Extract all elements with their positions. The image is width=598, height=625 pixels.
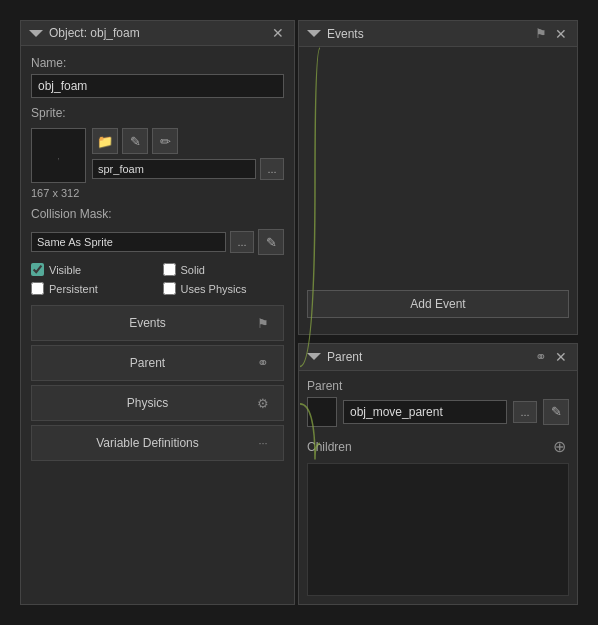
events-panel: Events ⚑ ✕ Add Event <box>298 20 578 335</box>
right-panels: Events ⚑ ✕ Add Event Parent ⚭ ✕ Pa <box>298 20 578 605</box>
events-panel-titlebar: Events ⚑ ✕ <box>299 21 577 47</box>
collision-row: ... ✎ <box>31 229 284 255</box>
sprite-dots-button[interactable]: ... <box>260 158 284 180</box>
sprite-name-row: ... <box>92 158 284 180</box>
persistent-checkbox-item: Persistent <box>31 282 153 295</box>
collision-edit-icon: ✎ <box>266 235 277 250</box>
physics-nav-label: Physics <box>42 396 253 410</box>
vardef-nav-label: Variable Definitions <box>42 436 253 450</box>
collision-input[interactable] <box>31 232 226 252</box>
titlebar-left: Object: obj_foam <box>29 26 140 40</box>
events-nav-button[interactable]: Events <box>31 305 284 341</box>
sprite-preview: , <box>31 128 86 183</box>
events-nav-label: Events <box>42 316 253 330</box>
persistent-label: Persistent <box>49 283 98 295</box>
object-panel-close-button[interactable]: ✕ <box>270 26 286 40</box>
parent-edit-button[interactable]: ✎ <box>543 399 569 425</box>
parent-label: Parent <box>307 379 569 393</box>
parent-edit-icon: ✎ <box>551 404 562 419</box>
object-panel-content: Name: Sprite: , 📁 ✎ ✏ <box>21 46 294 604</box>
sprite-open-button[interactable]: 📁 <box>92 128 118 154</box>
sprite-size: 167 x 312 <box>31 187 284 199</box>
parent-dots-button[interactable]: ... <box>513 401 537 423</box>
physics-nav-button[interactable]: Physics <box>31 385 284 421</box>
collapse-icon[interactable] <box>29 30 43 37</box>
vardef-nav-button[interactable]: Variable Definitions ··· <box>31 425 284 461</box>
events-panel-content: Add Event <box>299 47 577 334</box>
parent-people-icon: ⚭ <box>535 349 547 365</box>
sprite-row: , 📁 ✎ ✏ ... <box>31 128 284 183</box>
events-panel-title: Events <box>327 27 364 41</box>
name-label: Name: <box>31 56 284 70</box>
checkboxes-section: Visible Solid Persistent Uses Physics <box>31 263 284 295</box>
children-header: Children ⊕ <box>307 437 569 457</box>
parent-name-input[interactable] <box>343 400 507 424</box>
object-panel-title: Object: obj_foam <box>49 26 140 40</box>
solid-checkbox-item: Solid <box>163 263 285 276</box>
add-event-area: Add Event <box>307 55 569 326</box>
solid-label: Solid <box>181 264 205 276</box>
sprite-edit-button[interactable]: ✎ <box>122 128 148 154</box>
solid-checkbox[interactable] <box>163 263 176 276</box>
collision-label: Collision Mask: <box>31 207 284 221</box>
connector-area <box>295 0 298 625</box>
parent-panel: Parent ⚭ ✕ Parent ... ✎ Children ⊕ <box>298 343 578 605</box>
sprite-label: Sprite: <box>31 106 284 120</box>
sprite-controls: 📁 ✎ ✏ ... <box>92 128 284 180</box>
parent-field-row: ... ✎ <box>307 397 569 427</box>
persistent-checkbox[interactable] <box>31 282 44 295</box>
pencil-icon: ✏ <box>160 134 171 149</box>
children-area <box>307 463 569 596</box>
object-panel-titlebar: Object: obj_foam ✕ <box>21 21 294 46</box>
events-panel-close-button[interactable]: ✕ <box>553 27 569 41</box>
sprite-icon-row: 📁 ✎ ✏ <box>92 128 284 154</box>
parent-nav-button[interactable]: Parent ⚭ <box>31 345 284 381</box>
visible-checkbox[interactable] <box>31 263 44 276</box>
gear-icon <box>253 393 273 413</box>
uses-physics-checkbox[interactable] <box>163 282 176 295</box>
collision-edit-button[interactable]: ✎ <box>258 229 284 255</box>
nav-buttons: Events Parent ⚭ Physics Variable Definit… <box>31 305 284 469</box>
folder-open-icon: 📁 <box>97 134 113 149</box>
vardef-icon: ··· <box>253 433 273 453</box>
sprite-pencil-button[interactable]: ✏ <box>152 128 178 154</box>
sprite-name-input[interactable] <box>92 159 256 179</box>
add-child-button[interactable]: ⊕ <box>549 437 569 457</box>
connector-lines <box>295 0 325 625</box>
add-event-button[interactable]: Add Event <box>307 290 569 318</box>
parent-nav-label: Parent <box>42 356 253 370</box>
people-icon: ⚭ <box>253 353 273 373</box>
visible-label: Visible <box>49 264 81 276</box>
usesphysics-checkbox-item: Uses Physics <box>163 282 285 295</box>
parent-panel-content: Parent ... ✎ Children ⊕ <box>299 371 577 604</box>
flag-icon <box>253 313 273 333</box>
name-input[interactable] <box>31 74 284 98</box>
uses-physics-label: Uses Physics <box>181 283 247 295</box>
parent-panel-close-button[interactable]: ✕ <box>553 350 569 364</box>
parent-panel-title: Parent <box>327 350 362 364</box>
collision-dots-button[interactable]: ... <box>230 231 254 253</box>
edit-sprite-icon: ✎ <box>130 134 141 149</box>
object-panel: Object: obj_foam ✕ Name: Sprite: , 📁 ✎ <box>20 20 295 605</box>
events-flag-icon: ⚑ <box>535 26 547 41</box>
visible-checkbox-item: Visible <box>31 263 153 276</box>
parent-panel-titlebar: Parent ⚭ ✕ <box>299 344 577 371</box>
